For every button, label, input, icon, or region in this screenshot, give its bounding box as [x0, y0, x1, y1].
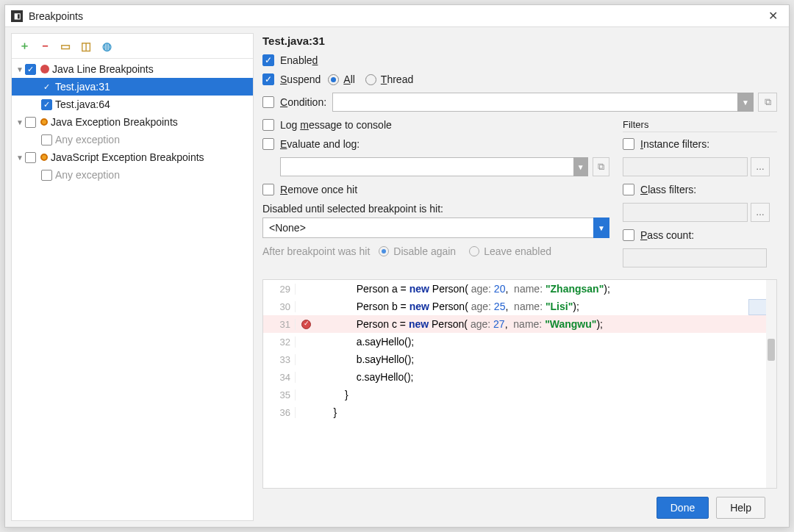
gutter-line: 31	[263, 319, 296, 330]
item-label: Test.java:64	[55, 98, 110, 110]
item-checkbox[interactable]	[41, 99, 52, 110]
item-checkbox[interactable]	[41, 170, 52, 181]
instance-filters-browse[interactable]: …	[751, 157, 770, 176]
tree-item-test-31[interactable]: Test.java:31	[12, 78, 253, 96]
help-button[interactable]: Help	[716, 497, 765, 519]
suspend-thread-radio[interactable]	[365, 74, 376, 85]
done-button[interactable]: Done	[657, 497, 709, 519]
disabled-until-value: <None>	[269, 222, 306, 234]
breakpoint-icon	[40, 65, 49, 73]
suspend-checkbox[interactable]	[262, 73, 274, 85]
condition-expand-icon[interactable]: ⧉	[758, 93, 777, 112]
condition-label: Condition:	[280, 96, 326, 108]
gutter-line: 35	[263, 389, 296, 400]
titlebar: ◧ Breakpoints ✕	[5, 5, 789, 27]
breakpoints-icon: ◧	[11, 10, 23, 22]
log-message-label: Log message to console	[280, 119, 392, 131]
breakpoint-marker-icon[interactable]	[301, 320, 311, 329]
after-hit-label: After breakpoint was hit	[262, 245, 370, 257]
exception-breakpoint-icon	[40, 118, 48, 126]
group-checkbox[interactable]	[25, 64, 36, 75]
condition-input[interactable]	[332, 93, 738, 112]
tree-item-any-exception-java[interactable]: Any exception	[12, 131, 253, 148]
group-by-file-icon[interactable]: ◍	[100, 40, 113, 53]
chevron-down-icon[interactable]: ▼	[15, 118, 25, 126]
pass-count-checkbox[interactable]	[623, 229, 634, 241]
evaluate-history-dropdown[interactable]: ▼	[573, 157, 588, 176]
tree-item-any-exception-js[interactable]: Any exception	[12, 166, 253, 184]
scroll-thumb[interactable]	[768, 339, 775, 361]
breakpoint-tree-panel: ＋ － ▭ ◫ ◍ ▼ Java Line Breakpoints Test.j…	[11, 33, 254, 521]
detail-title: Test.java:31	[262, 35, 777, 47]
pass-count-label: Pass count:	[640, 229, 694, 241]
item-checkbox[interactable]	[41, 134, 52, 145]
disabled-until-label: Disabled until selected breakpoint is hi…	[262, 203, 609, 215]
chevron-down-icon: ▼	[593, 218, 609, 238]
instance-filters-label: Instance filters:	[640, 138, 709, 150]
gutter-line: 29	[263, 284, 296, 295]
evaluate-log-label: Evaluate and log:	[280, 138, 360, 150]
group-label: JavaScript Exception Breakpoints	[51, 151, 204, 163]
evaluate-log-input[interactable]	[280, 157, 574, 176]
class-filters-label: Class filters:	[640, 184, 696, 195]
leave-enabled-label: Leave enabled	[484, 245, 551, 257]
disable-again-label: Disable again	[393, 245, 456, 257]
tree-item-test-64[interactable]: Test.java:64	[12, 96, 253, 113]
tree-group-java-line[interactable]: ▼ Java Line Breakpoints	[12, 60, 253, 78]
tree-group-js-exception[interactable]: ▼ JavaScript Exception Breakpoints	[12, 148, 253, 166]
dialog-footer: Done Help	[262, 489, 777, 527]
evaluate-log-checkbox[interactable]	[262, 138, 274, 150]
filters-heading: Filters	[623, 119, 777, 132]
add-breakpoint-button[interactable]: ＋	[18, 40, 31, 53]
gutter-line: 32	[263, 337, 296, 348]
detail-panel: Test.java:31 Enabled Suspend All Thread …	[254, 27, 789, 527]
evaluate-expand-icon[interactable]: ⧉	[593, 157, 609, 176]
exception-breakpoint-icon	[40, 154, 48, 161]
item-checkbox[interactable]	[41, 82, 52, 93]
gutter-line: 36	[263, 407, 296, 418]
disabled-until-select[interactable]: <None> ▼	[262, 218, 609, 238]
scrollbar[interactable]	[766, 280, 776, 488]
close-icon[interactable]: ✕	[762, 9, 783, 23]
breakpoints-dialog: ◧ Breakpoints ✕ ＋ － ▭ ◫ ◍ ▼ Java Line Br…	[4, 4, 790, 528]
group-by-package-icon[interactable]: ▭	[59, 40, 72, 53]
item-label: Any exception	[55, 134, 120, 145]
suspend-label: Suspend	[280, 73, 321, 85]
leave-enabled-radio	[469, 246, 479, 256]
instance-filters-checkbox[interactable]	[623, 138, 634, 150]
suspend-all-label: All	[343, 73, 355, 85]
code-preview[interactable]: 29 Person a = new Person( age: 20, name:…	[262, 279, 777, 489]
class-filters-input[interactable]	[623, 203, 748, 222]
group-checkbox[interactable]	[25, 152, 36, 163]
remove-breakpoint-button[interactable]: －	[38, 40, 51, 53]
gutter-line: 33	[263, 354, 296, 365]
window-title: Breakpoints	[29, 10, 762, 22]
chevron-down-icon[interactable]: ▼	[15, 154, 25, 162]
gutter-line: 30	[263, 301, 296, 312]
item-label: Test.java:31	[55, 81, 110, 93]
condition-history-dropdown[interactable]: ▼	[737, 93, 754, 112]
suspend-thread-label: Thread	[381, 73, 413, 85]
group-checkbox[interactable]	[25, 117, 36, 128]
group-label: Java Exception Breakpoints	[51, 116, 178, 128]
class-filters-browse[interactable]: …	[751, 203, 770, 222]
instance-filters-input[interactable]	[623, 157, 748, 176]
remove-once-label: Remove once hit	[280, 184, 357, 195]
chevron-down-icon[interactable]: ▼	[15, 65, 25, 73]
enabled-label: Enabled	[280, 54, 318, 66]
suspend-all-radio[interactable]	[328, 74, 339, 85]
disable-again-radio	[379, 246, 389, 256]
pass-count-input[interactable]	[623, 248, 767, 267]
breakpoint-tree[interactable]: ▼ Java Line Breakpoints Test.java:31 Tes…	[12, 59, 253, 520]
tree-toolbar: ＋ － ▭ ◫ ◍	[12, 34, 253, 59]
condition-checkbox[interactable]	[262, 96, 274, 108]
gutter-line: 34	[263, 372, 296, 383]
log-message-checkbox[interactable]	[262, 119, 274, 131]
remove-once-checkbox[interactable]	[262, 184, 274, 195]
group-by-class-icon[interactable]: ◫	[79, 40, 93, 53]
item-label: Any exception	[55, 169, 120, 181]
enabled-checkbox[interactable]	[262, 54, 274, 66]
group-label: Java Line Breakpoints	[52, 63, 154, 75]
tree-group-java-exception[interactable]: ▼ Java Exception Breakpoints	[12, 113, 253, 131]
class-filters-checkbox[interactable]	[623, 184, 634, 195]
